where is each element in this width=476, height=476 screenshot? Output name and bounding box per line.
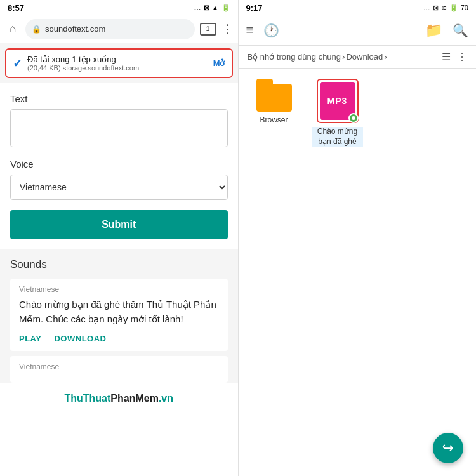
mp3-selection-outline: MP3: [317, 79, 359, 123]
folder-body: [256, 84, 292, 112]
watermark-vn: .vn: [159, 393, 173, 404]
time-right: 9:17: [246, 3, 263, 13]
toolbar-right: 📁 🔍: [425, 22, 468, 39]
right-panel: 9:17 … ⊠ ≋ 🔋 70 ≡ 🕐 📁 🔍 Bộ nhớ trong dùn…: [239, 0, 477, 476]
download-notification: ✓ Đã tải xong 1 tệp xuống (20,44 KB) sto…: [5, 48, 233, 78]
breadcrumb-trail: ›: [384, 52, 387, 62]
web-content: Text Voice Vietnamese English Submit Sou…: [0, 83, 238, 476]
signal-dots: …: [194, 4, 201, 11]
status-icons-right: … ⊠ ≋ 🔋 70: [423, 4, 468, 12]
folder-tab: [256, 79, 273, 86]
battery-icon-right: 🔋: [449, 4, 458, 12]
breadcrumb-row: Bộ nhớ trong dùng chung › Download › ☰ ⋮: [239, 46, 477, 69]
fab-icon: ↩: [442, 440, 454, 456]
watermark-phanmem: PhanMem: [110, 393, 159, 404]
mp3-filename: Chào mừng bạn đã ghé: [312, 127, 363, 147]
status-bar-right: 9:17 … ⊠ ≋ 🔋 70: [239, 0, 477, 15]
toolbar-left: ≡ 🕐: [246, 23, 280, 38]
sound-actions-1: PLAY DOWNLOAD: [19, 334, 219, 343]
file-item-mp3[interactable]: MP3 Chào mừng bạn đã ghé: [312, 79, 363, 147]
sound-card-2: Vietnamese: [10, 356, 228, 383]
check-icon: ✓: [13, 56, 22, 70]
sim-icon: ⊠: [204, 4, 209, 12]
url-text: soundoftext.com: [45, 24, 105, 34]
text-input[interactable]: [10, 109, 228, 147]
folder-name: Browser: [260, 116, 288, 126]
notif-title: Đã tải xong 1 tệp xuống: [27, 55, 208, 64]
folder-icon-container: [256, 79, 292, 112]
text-label: Text: [10, 93, 228, 104]
notif-subtitle: (20,44 KB) storage.soundoftext.com: [27, 64, 208, 72]
status-icons-left: … ⊠ ▲ 🔋: [194, 4, 230, 12]
right-panel-container: Browser MP3 Chào mừng bạn đã ghé ↩: [239, 69, 477, 476]
mp3-status-badge: [348, 113, 359, 123]
download-button-1[interactable]: DOWNLOAD: [54, 334, 106, 343]
files-grid: Browser MP3 Chào mừng bạn đã ghé: [239, 69, 477, 157]
voice-label: Voice: [10, 159, 228, 169]
sound-lang-1: Vietnamese: [19, 285, 219, 294]
folder-icon-toolbar[interactable]: 📁: [425, 22, 442, 39]
breadcrumb-actions: ☰ ⋮: [442, 51, 467, 63]
address-bar[interactable]: 🔒 soundoftext.com: [25, 19, 195, 39]
open-button[interactable]: Mở: [213, 58, 225, 68]
battery-percent: 70: [461, 4, 468, 11]
watermark: ThuThuatPhanMem.vn: [0, 388, 238, 407]
browser-menu-icon[interactable]: ⋮: [221, 22, 233, 36]
address-bar-row: ⌂ 🔒 soundoftext.com 1 ⋮: [0, 15, 238, 43]
submit-button[interactable]: Submit: [10, 210, 228, 239]
list-view-icon[interactable]: ☰: [442, 51, 451, 63]
wifi-icon-right: ≋: [441, 4, 447, 12]
search-icon[interactable]: 🔍: [453, 23, 468, 38]
mp3-label: MP3: [327, 96, 348, 106]
sounds-section: Sounds Vietnamese Chào mừng bạn đã ghé t…: [0, 249, 238, 383]
breadcrumb-root[interactable]: Bộ nhớ trong dùng chung: [248, 52, 341, 62]
sounds-title: Sounds: [10, 258, 228, 271]
badge-dot: [352, 116, 355, 120]
notification-text: Đã tải xong 1 tệp xuống (20,44 KB) stora…: [27, 55, 208, 72]
file-item-browser[interactable]: Browser: [249, 79, 300, 147]
battery-icon: 🔋: [221, 4, 230, 12]
sim-icon-right: ⊠: [433, 4, 439, 12]
breadcrumb-sep: ›: [342, 52, 345, 62]
file-manager-toolbar: ≡ 🕐 📁 🔍: [239, 15, 477, 46]
sound-card-1: Vietnamese Chào mừng bạn đã ghé thăm Thủ…: [10, 279, 228, 351]
menu-icon[interactable]: ≡: [246, 23, 254, 37]
play-button-1[interactable]: PLAY: [19, 334, 41, 343]
time-left: 8:57: [8, 3, 24, 13]
lock-icon: 🔒: [32, 25, 41, 34]
home-icon[interactable]: ⌂: [5, 22, 20, 37]
status-bar-left: 8:57 … ⊠ ▲ 🔋: [0, 0, 238, 15]
history-icon[interactable]: 🕐: [263, 23, 279, 38]
breadcrumb: Bộ nhớ trong dùng chung › Download ›: [248, 52, 387, 62]
left-panel: 8:57 … ⊠ ▲ 🔋 ⌂ 🔒 soundoftext.com 1 ⋮ ✓ Đ…: [0, 0, 238, 476]
fab-button[interactable]: ↩: [433, 433, 463, 463]
more-options-icon[interactable]: ⋮: [457, 51, 467, 63]
tab-count[interactable]: 1: [200, 23, 216, 36]
sound-lang-2: Vietnamese: [19, 362, 219, 371]
breadcrumb-current[interactable]: Download: [346, 52, 383, 62]
wifi-icon: ▲: [212, 4, 219, 11]
signal-dots-right: …: [423, 4, 430, 11]
watermark-thu: ThuThuat: [64, 393, 110, 404]
voice-select[interactable]: Vietnamese English: [10, 175, 228, 200]
form-section: Text Voice Vietnamese English Submit: [0, 83, 238, 249]
sound-text-1: Chào mừng bạn đã ghé thăm Thủ Thuật Phần…: [19, 298, 219, 326]
mp3-icon-body: MP3: [320, 82, 355, 120]
